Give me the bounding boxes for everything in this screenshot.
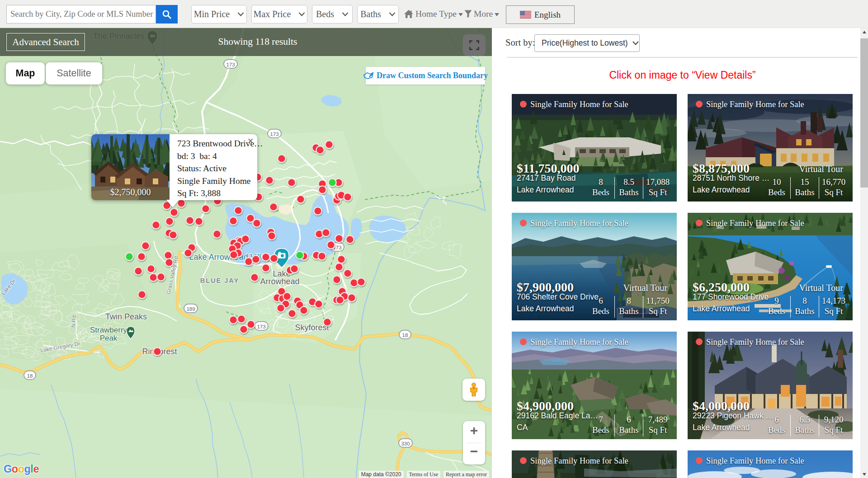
svg-text:Strawberry: Strawberry	[90, 326, 127, 334]
svg-text:173: 173	[270, 131, 278, 137]
svg-text:18: 18	[27, 373, 33, 379]
svg-text:189: 189	[186, 306, 195, 312]
svg-text:N Rd: N Rd	[70, 315, 77, 328]
svg-text:Peak: Peak	[100, 334, 118, 342]
svg-text:Twin Peaks: Twin Peaks	[105, 312, 147, 321]
svg-text:18: 18	[402, 333, 408, 338]
svg-text:330: 330	[401, 441, 410, 446]
svg-text:Arrowhead: Arrowhead	[260, 277, 299, 286]
svg-text:173: 173	[257, 324, 265, 329]
svg-text:BLUE JAY: BLUE JAY	[200, 277, 239, 284]
svg-text:173: 173	[226, 62, 235, 67]
